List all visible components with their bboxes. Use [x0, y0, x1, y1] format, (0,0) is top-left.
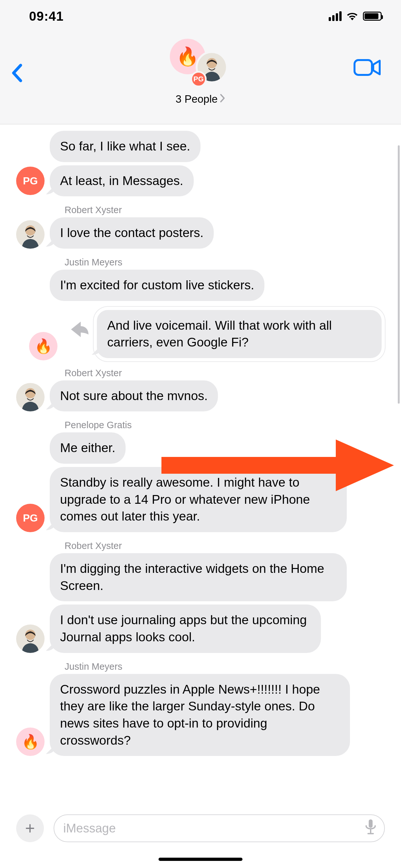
avatar-pg: PG: [16, 504, 44, 532]
battery-icon: [363, 11, 382, 21]
message-bubble[interactable]: I'm excited for custom live stickers.: [50, 270, 265, 301]
avatar-pg: PG: [16, 166, 44, 195]
input-placeholder: iMessage: [63, 822, 116, 835]
sender-name: Robert Xyster: [65, 205, 385, 215]
status-bar: 09:41: [0, 0, 401, 32]
back-button[interactable]: [11, 63, 24, 84]
sender-name: Penelope Gratis: [65, 420, 385, 430]
wifi-icon: [346, 11, 359, 21]
svg-point-2: [207, 58, 217, 68]
message-bubble[interactable]: I love the contact posters.: [50, 217, 214, 249]
status-indicators: [329, 11, 382, 21]
avatar-fire: 🔥: [29, 332, 58, 361]
message-bubble[interactable]: So far, I like what I see.: [50, 131, 201, 162]
chevron-right-icon: [220, 93, 225, 105]
reply-bubble[interactable]: And live voicemail. Will that work with …: [94, 307, 385, 361]
avatar-photo: [16, 624, 44, 653]
avatar-spacer: [16, 573, 44, 601]
svg-point-4: [25, 225, 35, 236]
conversation-header: 🔥 PG 3 People: [0, 32, 401, 124]
sender-name: Justin Meyers: [65, 257, 385, 268]
scroll-indicator: [398, 145, 400, 404]
sender-name: Justin Meyers: [65, 661, 385, 672]
status-time: 09:41: [29, 9, 64, 24]
avatar-spacer: [16, 134, 44, 162]
message-bubble[interactable]: I don't use journaling apps but the upco…: [50, 604, 321, 653]
message-bubble[interactable]: At least, in Messages.: [50, 165, 194, 197]
svg-rect-11: [369, 819, 373, 828]
message-bubble[interactable]: Me either.: [50, 432, 126, 464]
message-bubble[interactable]: Standby is really awesome. I might have …: [50, 467, 347, 532]
conversation-title: 3 People: [176, 93, 218, 105]
message-bubble[interactable]: Not sure about the mvnos.: [50, 380, 218, 412]
message-input[interactable]: iMessage: [54, 814, 385, 842]
sender-name: Robert Xyster: [65, 368, 385, 378]
add-button[interactable]: +: [16, 814, 44, 842]
svg-rect-0: [354, 60, 372, 75]
avatar-fire: 🔥: [16, 727, 44, 756]
message-bubble[interactable]: Crossword puzzles in Apple News+!!!!!!! …: [50, 674, 350, 756]
reply-arrow-icon: [67, 320, 90, 340]
svg-point-8: [25, 629, 35, 640]
message-bubble[interactable]: I'm digging the interactive widgets on t…: [50, 553, 347, 601]
group-avatar-stack: 🔥 PG: [170, 39, 231, 87]
message-list[interactable]: So far, I like what I see. PG At least, …: [0, 124, 401, 802]
home-indicator: [158, 858, 243, 861]
sender-name: Robert Xyster: [65, 540, 385, 551]
avatar-photo: [16, 220, 44, 249]
dictate-button[interactable]: [365, 819, 376, 838]
svg-point-6: [25, 388, 35, 399]
avatar-spacer: [16, 273, 44, 301]
conversation-title-area[interactable]: 🔥 PG 3 People: [170, 39, 231, 105]
facetime-button[interactable]: [353, 58, 382, 78]
reply-thread[interactable]: 🔥 And live voicemail. Will that work wit…: [16, 307, 385, 361]
avatar-spacer: [16, 435, 44, 464]
avatar-photo: [16, 383, 44, 411]
avatar-pg-badge: PG: [190, 71, 207, 87]
cellular-signal-icon: [329, 11, 342, 21]
